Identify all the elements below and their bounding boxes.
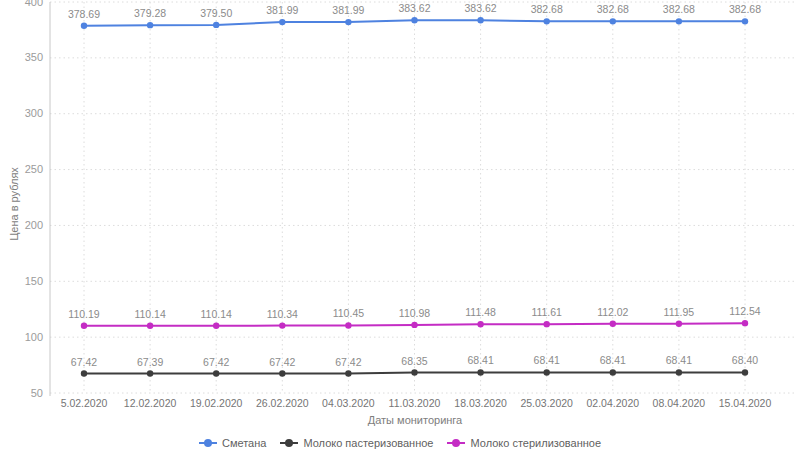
data-point-label: 383.62 (465, 2, 497, 14)
x-tick-label: 19.02.2020 (190, 397, 243, 409)
x-tick-label: 25.03.2020 (520, 397, 573, 409)
data-point-label: 110.34 (267, 308, 298, 320)
data-point[interactable] (544, 369, 550, 375)
data-point[interactable] (610, 369, 616, 375)
data-point[interactable] (213, 370, 219, 376)
y-tick-label: 250 (25, 163, 43, 175)
x-tick-label: 11.03.2020 (389, 397, 441, 409)
data-point-label: 382.68 (729, 3, 761, 15)
data-point[interactable] (676, 369, 682, 375)
data-point[interactable] (81, 370, 87, 376)
data-point[interactable] (81, 23, 87, 29)
x-axis-title: Даты мониторинга (50, 414, 780, 426)
x-tick-label: 18.03.2020 (454, 397, 507, 409)
data-point[interactable] (742, 320, 748, 326)
data-point[interactable] (279, 19, 285, 25)
y-tick-label: 200 (25, 219, 43, 231)
data-point-label: 382.68 (597, 3, 629, 15)
legend-label: Молоко пастеризованное (303, 437, 433, 449)
data-point[interactable] (345, 322, 351, 328)
y-tick-label: 100 (25, 331, 43, 343)
data-point-label: 382.68 (663, 3, 695, 15)
data-point-label: 68.40 (732, 354, 758, 366)
data-point-label: 68.35 (401, 355, 427, 367)
data-point[interactable] (411, 369, 417, 375)
y-tick-label: 300 (25, 107, 43, 119)
data-point-label: 381.99 (332, 4, 364, 16)
y-tick-label: 150 (25, 275, 43, 287)
data-point[interactable] (279, 370, 285, 376)
y-tick-label: 350 (25, 51, 43, 63)
chart-plot-area: 501001502002503003504005.02.202012.02.20… (0, 0, 800, 449)
data-point-label: 67.42 (335, 356, 361, 368)
data-point[interactable] (544, 321, 550, 327)
legend-item[interactable]: Сметана (199, 437, 266, 449)
data-point[interactable] (742, 18, 748, 24)
legend-label: Молоко стерилизованное (470, 437, 601, 449)
data-point-label: 379.28 (134, 7, 166, 19)
data-point[interactable] (676, 321, 682, 327)
y-tick-label: 50 (31, 387, 43, 399)
x-tick-label: 26.02.2020 (256, 397, 309, 409)
x-tick-label: 5.02.2020 (61, 397, 108, 409)
data-point[interactable] (477, 369, 483, 375)
x-tick-label: 02.04.2020 (587, 397, 640, 409)
legend-marker-icon (447, 442, 465, 444)
legend-dot-icon (285, 439, 293, 447)
data-point[interactable] (345, 370, 351, 376)
price-monitoring-chart: 501001502002503003504005.02.202012.02.20… (0, 0, 800, 449)
data-point-label: 110.14 (201, 308, 232, 320)
data-point-label: 68.41 (666, 354, 692, 366)
data-point[interactable] (279, 322, 285, 328)
chart-legend: СметанаМолоко пастеризованноеМолоко стер… (0, 437, 800, 449)
data-point-label: 379.50 (200, 7, 232, 19)
data-point[interactable] (147, 370, 153, 376)
data-point-label: 67.42 (71, 356, 97, 368)
data-point-label: 67.39 (137, 356, 163, 368)
data-point-label: 111.95 (664, 306, 695, 318)
data-point-label: 111.48 (465, 306, 496, 318)
legend-dot-icon (452, 439, 460, 447)
legend-marker-icon (280, 442, 298, 444)
data-point[interactable] (477, 17, 483, 23)
data-point[interactable] (147, 323, 153, 329)
data-point-label: 110.19 (68, 308, 99, 320)
data-point-label: 68.41 (467, 354, 493, 366)
legend-dot-icon (204, 439, 212, 447)
data-point-label: 111.61 (531, 306, 562, 318)
data-point[interactable] (742, 369, 748, 375)
data-point[interactable] (411, 17, 417, 23)
data-point[interactable] (610, 321, 616, 327)
x-tick-label: 04.03.2020 (322, 397, 375, 409)
data-point-label: 383.62 (398, 2, 430, 14)
data-point-label: 110.98 (399, 307, 430, 319)
x-tick-label: 12.02.2020 (124, 397, 177, 409)
y-axis-title: Цена в рублях (8, 152, 20, 256)
data-point-label: 112.02 (597, 306, 628, 318)
data-point-label: 381.99 (266, 4, 298, 16)
y-tick-label: 400 (25, 0, 43, 8)
legend-marker-icon (199, 442, 217, 444)
data-point[interactable] (610, 18, 616, 24)
legend-item[interactable]: Молоко стерилизованное (447, 437, 601, 449)
data-point[interactable] (676, 18, 682, 24)
x-tick-label: 08.04.2020 (653, 397, 706, 409)
data-point-label: 378.69 (68, 8, 100, 20)
data-point[interactable] (213, 323, 219, 329)
data-point-label: 112.54 (729, 305, 760, 317)
legend-item[interactable]: Молоко пастеризованное (280, 437, 433, 449)
data-point[interactable] (411, 322, 417, 328)
data-point[interactable] (477, 321, 483, 327)
legend-label: Сметана (222, 437, 266, 449)
data-point[interactable] (147, 22, 153, 28)
data-point-label: 110.14 (134, 308, 165, 320)
data-point[interactable] (81, 323, 87, 329)
data-point-label: 382.68 (531, 3, 563, 15)
data-point[interactable] (544, 18, 550, 24)
data-point-label: 68.41 (534, 354, 560, 366)
data-point-label: 67.42 (203, 356, 229, 368)
data-point-label: 67.42 (269, 356, 295, 368)
data-point[interactable] (345, 19, 351, 25)
data-point-label: 68.41 (600, 354, 626, 366)
data-point[interactable] (213, 22, 219, 28)
